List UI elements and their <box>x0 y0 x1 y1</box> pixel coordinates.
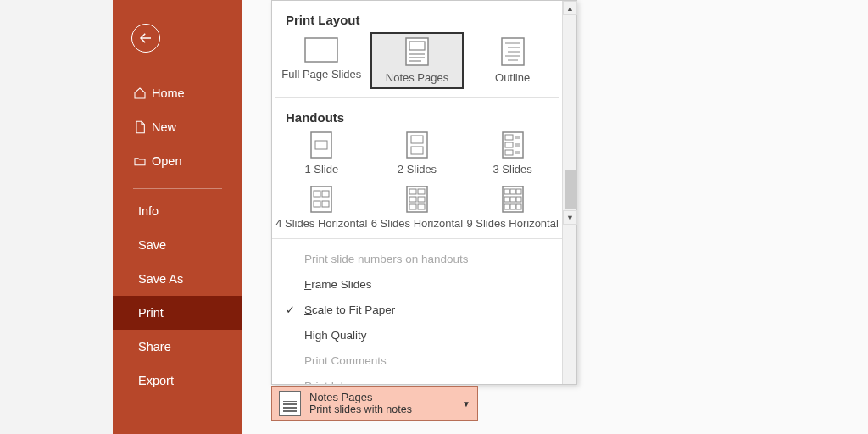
sidebar-bottom-group: Info Save Save As Print Share Export <box>113 194 242 398</box>
sidebar-item-home[interactable]: Home <box>113 76 242 110</box>
option-label: Print slide numbers on handouts <box>304 253 469 265</box>
notes-pages-thumb-icon <box>279 391 301 416</box>
options-list: Print slide numbers on handouts Frame Sl… <box>272 238 562 384</box>
sidebar-item-label: Save As <box>138 272 183 286</box>
svg-rect-40 <box>503 186 523 212</box>
layout-label: Full Page Slides <box>281 68 361 81</box>
scroll-up-arrow[interactable]: ▲ <box>563 1 577 15</box>
option-label: Print Ink <box>304 380 347 385</box>
option-print-ink: Print Ink <box>272 373 562 384</box>
app-root: Home New Open Info Save <box>0 0 868 434</box>
print-layout-dropdown: Print Layout Full Page Slides Notes Page… <box>271 0 577 385</box>
sidebar-item-open[interactable]: Open <box>113 144 242 178</box>
full-page-slides-icon <box>304 37 338 63</box>
handout-2-slides[interactable]: 2 Slides <box>370 128 464 179</box>
handout-label: 1 Slide <box>304 163 338 175</box>
layout-label: Outline <box>495 71 530 84</box>
sidebar-item-label: Export <box>138 374 174 387</box>
sidebar-item-new[interactable]: New <box>113 110 242 144</box>
layout-notes-pages[interactable]: Notes Pages <box>370 32 464 89</box>
sidebar-item-print[interactable]: Print <box>113 296 242 330</box>
scroll-down-arrow[interactable]: ▼ <box>563 210 577 225</box>
option-label: Frame Slides <box>304 278 372 291</box>
dropdown-scrollbar[interactable]: ▲ ▼ <box>562 1 576 384</box>
option-frame-slides[interactable]: Frame Slides <box>272 271 562 297</box>
layout-outline[interactable]: Outline <box>466 32 559 89</box>
option-label: Print Comments <box>304 354 387 367</box>
sidebar-divider <box>133 188 222 189</box>
chevron-down-icon: ▼ <box>462 399 470 409</box>
handout-label: 9 Slides Horizontal <box>466 217 558 230</box>
handout-3-icon <box>502 131 524 159</box>
handout-9-horizontal[interactable]: 9 Slides Horizontal <box>466 182 559 233</box>
handout-3-slides[interactable]: 3 Slides <box>466 128 559 179</box>
sidebar-item-share[interactable]: Share <box>113 330 242 364</box>
handout-label: 2 Slides <box>398 163 437 175</box>
sidebar-item-save-as[interactable]: Save As <box>113 262 242 296</box>
checkmark-icon: ✓ <box>286 303 295 316</box>
section-title-handouts: Handouts <box>272 98 562 126</box>
folder-open-icon <box>133 154 152 168</box>
outline-icon <box>501 37 525 66</box>
scroll-thumb[interactable] <box>565 170 576 209</box>
handout-1-slide[interactable]: 1 Slide <box>275 128 368 179</box>
sidebar-top-group: Home New Open <box>113 76 242 178</box>
sidebar-item-save[interactable]: Save <box>113 228 242 262</box>
layout-selector-subtitle: Print slides with notes <box>309 403 462 416</box>
option-label: Scale to Fit Paper <box>304 303 395 316</box>
sidebar-item-label: New <box>152 120 176 134</box>
svg-rect-13 <box>311 132 331 158</box>
option-scale-to-fit[interactable]: ✓ Scale to Fit Paper <box>272 297 562 322</box>
backstage-sidebar: Home New Open Info Save <box>113 0 242 434</box>
home-icon <box>133 86 152 100</box>
sidebar-item-label: Print <box>138 306 164 320</box>
handout-4-horizontal[interactable]: 4 Slides Horizontal <box>275 182 368 233</box>
sidebar-item-export[interactable]: Export <box>113 364 242 398</box>
back-button[interactable] <box>131 24 160 53</box>
sidebar-item-label: Save <box>138 238 166 252</box>
layout-selector-labels: Notes Pages Print slides with notes <box>309 391 462 417</box>
handout-1-icon <box>310 131 332 159</box>
option-label: High Quality <box>304 329 367 342</box>
option-high-quality[interactable]: High Quality <box>272 322 562 348</box>
option-print-comments: Print Comments <box>272 348 562 373</box>
option-print-slide-numbers: Print slide numbers on handouts <box>272 246 562 271</box>
handout-6-horizontal[interactable]: 6 Slides Horizontal <box>370 182 464 233</box>
sidebar-item-label: Share <box>138 340 171 353</box>
layout-label: Notes Pages <box>386 71 448 84</box>
handout-4h-icon <box>310 186 332 213</box>
svg-rect-1 <box>305 38 337 62</box>
handouts-row-2: 4 Slides Horizontal 6 Slides Horizontal <box>272 181 562 235</box>
handout-label: 4 Slides Horizontal <box>275 217 367 230</box>
notes-pages-icon <box>405 37 429 66</box>
handout-6h-icon <box>406 186 428 213</box>
sidebar-item-info[interactable]: Info <box>113 194 242 228</box>
svg-rect-33 <box>407 186 427 212</box>
handout-label: 6 Slides Horizontal <box>371 217 463 230</box>
layout-selector-button[interactable]: Notes Pages Print slides with notes ▼ <box>271 386 478 421</box>
handouts-row-1: 1 Slide 2 Slides <box>272 126 562 181</box>
handout-9h-icon <box>502 186 524 213</box>
handout-label: 3 Slides <box>493 163 532 175</box>
sidebar-item-label: Home <box>152 86 185 100</box>
handout-2-icon <box>406 131 428 159</box>
layout-selector-title: Notes Pages <box>309 391 462 404</box>
sidebar-item-label: Open <box>152 154 181 168</box>
layout-full-page-slides[interactable]: Full Page Slides <box>275 32 368 89</box>
sidebar-item-label: Info <box>138 204 159 218</box>
print-layout-grid: Full Page Slides Notes Pages <box>272 29 562 97</box>
dropdown-body: Print Layout Full Page Slides Notes Page… <box>272 1 562 384</box>
new-doc-icon <box>133 120 152 134</box>
section-title-print-layout: Print Layout <box>272 1 562 29</box>
